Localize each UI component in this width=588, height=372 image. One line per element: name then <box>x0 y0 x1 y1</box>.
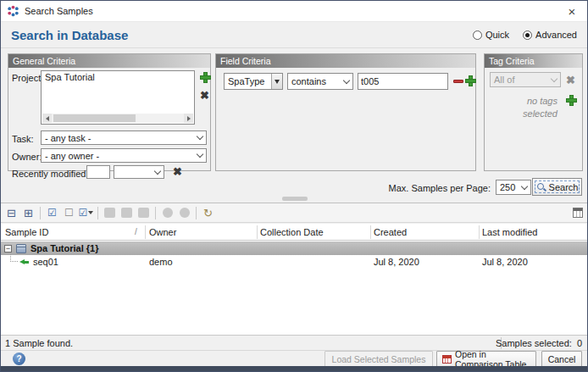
search-button[interactable]: Search <box>532 178 582 196</box>
column-divider[interactable] <box>257 225 258 239</box>
field-criteria-panel: Field Criteria SpaType contains <box>215 53 476 171</box>
app-logo-icon <box>7 5 19 18</box>
radio-advanced-label: Advanced <box>535 30 577 40</box>
radio-quick[interactable]: Quick <box>473 30 509 40</box>
project-icon <box>16 244 26 253</box>
field-query-input[interactable] <box>358 73 448 90</box>
owner-label: Owner: <box>12 152 42 162</box>
collapse-toggle-icon[interactable]: − <box>4 245 12 253</box>
add-criterion-icon[interactable] <box>465 75 476 86</box>
scroll-right-icon[interactable] <box>184 114 193 123</box>
select-all-icon[interactable]: ☑ <box>44 205 60 221</box>
chevron-down-icon <box>343 76 350 83</box>
remove-project-icon[interactable]: ✖ <box>200 90 209 101</box>
load-selected-samples-button: Load Selected Samples <box>325 351 433 367</box>
refresh-icon[interactable]: ↻ <box>200 205 216 221</box>
col-last-modified[interactable]: Last modified <box>482 227 537 237</box>
projects-list-item[interactable]: Spa Tutorial <box>42 71 194 83</box>
owner-combo[interactable]: - any owner - <box>41 148 207 163</box>
field-operator-combo[interactable]: contains <box>287 73 353 90</box>
radio-advanced-circle[interactable] <box>523 31 532 40</box>
chevron-down-icon <box>154 167 161 174</box>
field-criteria-header: Field Criteria <box>216 54 475 68</box>
disabled-glyph <box>180 208 190 218</box>
cell-last-modified: Jul 8, 2020 <box>482 257 528 267</box>
column-divider[interactable] <box>370 225 371 239</box>
max-samples-label: Max. Samples per Page: <box>389 183 491 193</box>
max-samples-combo[interactable]: 250 <box>496 180 531 195</box>
window-bottom-border <box>1 366 587 371</box>
samples-selected-count: 0 <box>577 338 582 348</box>
tag-criteria-header: Tag Criteria <box>485 54 582 68</box>
recently-modified-unit-combo[interactable] <box>114 165 164 179</box>
samples-selected-label: Samples selected: <box>496 338 572 348</box>
selection-menu-icon[interactable]: ☑ <box>78 205 94 221</box>
remove-criterion-icon[interactable] <box>453 80 463 83</box>
collapse-all-icon[interactable]: ⊟ <box>3 205 19 221</box>
deselect-all-icon[interactable]: ☐ <box>61 205 77 221</box>
scroll-thumb[interactable] <box>53 114 136 122</box>
title-bar: Search Samples × <box>1 1 587 22</box>
cancel-button[interactable]: Cancel <box>541 351 582 367</box>
projects-list[interactable]: Spa Tutorial <box>41 70 195 125</box>
scroll-left-icon[interactable] <box>42 114 52 123</box>
split-pane-handle[interactable] <box>282 197 308 201</box>
triangle-down-icon <box>275 80 280 84</box>
add-project-icon[interactable] <box>200 72 211 83</box>
add-tag-icon[interactable] <box>566 95 577 106</box>
check-icon: ☑ <box>79 207 88 219</box>
next-page-disabled-icon <box>176 205 192 221</box>
find-related-disabled-icon <box>102 205 118 221</box>
scroll-track[interactable] <box>52 114 184 123</box>
radio-quick-circle[interactable] <box>473 31 482 40</box>
col-created[interactable]: Created <box>374 227 407 237</box>
general-criteria-header: General Criteria <box>8 54 210 68</box>
column-divider[interactable] <box>479 225 480 239</box>
recently-modified-input[interactable] <box>86 165 110 179</box>
table-row[interactable]: seq01 demo Jul 8, 2020 Jul 8, 2020 <box>1 255 587 269</box>
radio-advanced[interactable]: Advanced <box>523 30 577 40</box>
field-name-combo[interactable]: SpaType <box>224 73 283 90</box>
help-icon[interactable]: ? <box>13 353 25 365</box>
results-toolbar: ⊟ ⊞ ☑ ☐ ☑ ↻ <box>1 203 587 223</box>
search-mode-group: Quick Advanced <box>473 30 577 40</box>
comparison-table-icon <box>442 355 452 364</box>
column-divider[interactable] <box>145 225 146 239</box>
project-group-row[interactable]: − Spa Tutorial {1} <box>1 242 587 255</box>
max-samples-value: 250 <box>500 182 515 192</box>
task-label: Task: <box>12 134 34 144</box>
field-operator-value: contains <box>291 76 326 86</box>
toolbar-separator <box>155 207 156 219</box>
toolbar-separator <box>97 207 98 219</box>
chevron-down-icon <box>521 182 528 189</box>
col-collection-date[interactable]: Collection Date <box>260 227 324 237</box>
clear-tags-icon[interactable]: ✖ <box>566 75 575 86</box>
tag-mode-combo: All of <box>490 72 561 87</box>
column-settings-icon[interactable] <box>573 208 583 218</box>
page-title: Search in Database <box>11 28 128 42</box>
task-combo[interactable]: - any task - <box>41 130 207 145</box>
open-in-comparison-table-button[interactable]: Open in Comparison Table <box>436 351 536 367</box>
chevron-down-icon <box>197 133 203 140</box>
col-sample-id[interactable]: Sample ID <box>5 227 48 237</box>
delete-disabled-icon <box>119 205 135 221</box>
clear-recently-modified-icon[interactable]: ✖ <box>173 166 182 177</box>
col-owner[interactable]: Owner <box>149 227 176 237</box>
tag-criteria-panel: Tag Criteria All of ✖ no tags selected <box>484 53 583 171</box>
project-group-label: Spa Tutorial {1} <box>31 243 98 253</box>
prev-page-disabled-icon <box>159 205 175 221</box>
sort-ascending-indicator: / <box>135 227 137 236</box>
expand-all-icon[interactable]: ⊞ <box>20 205 36 221</box>
projects-hscrollbar[interactable] <box>42 114 193 123</box>
tag-mode-value: All of <box>494 75 514 85</box>
disabled-glyph <box>104 208 115 218</box>
window-title: Search Samples <box>25 6 93 16</box>
cell-sample-id[interactable]: seq01 <box>33 257 58 267</box>
dropdown-arrow-icon <box>88 211 93 214</box>
combo-arrow-button[interactable] <box>271 74 282 89</box>
disabled-glyph <box>138 208 149 218</box>
export-disabled-icon <box>136 205 152 221</box>
field-name-value: SpaType <box>228 76 264 86</box>
close-icon[interactable]: × <box>557 1 587 22</box>
footer-bar: ? Load Selected Samples Open in Comparis… <box>1 351 587 368</box>
